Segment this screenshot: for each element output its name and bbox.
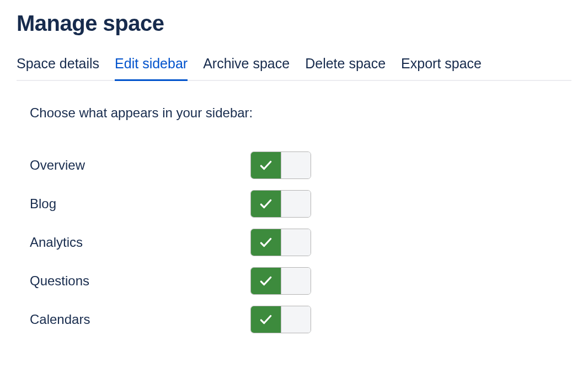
- toggle-on-side: [251, 152, 281, 178]
- toggle-on-side: [251, 306, 281, 333]
- toggle-off-side: [281, 191, 311, 217]
- toggle-on-side: [251, 229, 281, 256]
- check-icon: [259, 274, 273, 288]
- tab-bar: Space details Edit sidebar Archive space…: [17, 56, 571, 81]
- option-label: Calendars: [30, 312, 250, 327]
- tab-export-space[interactable]: Export space: [401, 56, 482, 81]
- tab-delete-space[interactable]: Delete space: [305, 56, 386, 81]
- instruction-text: Choose what appears in your sidebar:: [30, 105, 571, 121]
- toggle-analytics[interactable]: [250, 229, 311, 256]
- tab-archive-space[interactable]: Archive space: [203, 56, 290, 81]
- option-label: Analytics: [30, 235, 250, 250]
- option-row-calendars: Calendars: [30, 306, 571, 333]
- toggle-off-side: [281, 229, 311, 256]
- toggle-off-side: [281, 306, 311, 333]
- check-icon: [259, 158, 273, 172]
- option-row-overview: Overview: [30, 151, 571, 179]
- option-row-blog: Blog: [30, 190, 571, 218]
- check-icon: [259, 235, 273, 250]
- toggle-overview[interactable]: [250, 151, 311, 179]
- option-row-questions: Questions: [30, 267, 571, 295]
- check-icon: [259, 312, 273, 327]
- check-icon: [259, 197, 273, 211]
- toggle-on-side: [251, 191, 281, 217]
- option-label: Overview: [30, 158, 250, 173]
- content-area: Choose what appears in your sidebar: Ove…: [17, 105, 571, 333]
- tab-edit-sidebar[interactable]: Edit sidebar: [115, 56, 188, 81]
- page-title: Manage space: [17, 11, 571, 36]
- toggle-off-side: [281, 152, 311, 178]
- toggle-questions[interactable]: [250, 267, 311, 295]
- tab-space-details[interactable]: Space details: [17, 56, 99, 81]
- toggle-on-side: [251, 268, 281, 294]
- option-label: Blog: [30, 196, 250, 212]
- option-row-analytics: Analytics: [30, 229, 571, 256]
- toggle-calendars[interactable]: [250, 306, 311, 333]
- sidebar-options-list: Overview Blog Analytics: [30, 151, 571, 333]
- toggle-blog[interactable]: [250, 190, 311, 218]
- option-label: Questions: [30, 273, 250, 289]
- toggle-off-side: [281, 268, 311, 294]
